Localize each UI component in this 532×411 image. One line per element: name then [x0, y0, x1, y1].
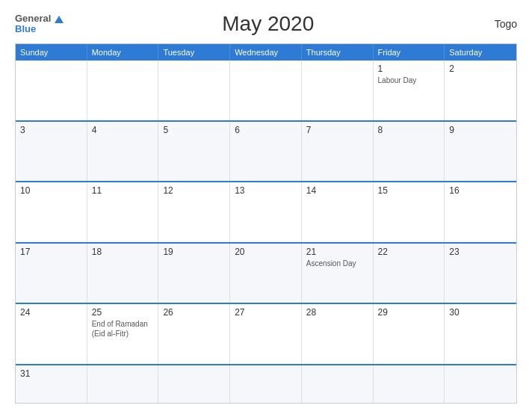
table-row: 2 [445, 61, 516, 120]
day-number: 1 [378, 64, 440, 74]
day-number: 7 [306, 125, 368, 135]
table-row: 4 [87, 122, 159, 182]
header-thursday: Thursday [302, 44, 374, 61]
day-number: 17 [20, 247, 82, 257]
table-row: 18 [87, 244, 159, 303]
day-number: 27 [235, 307, 297, 318]
week-6: 31 [16, 364, 516, 403]
table-row: 7 [302, 122, 374, 182]
table-row: 15 [374, 182, 445, 242]
day-number: 20 [235, 247, 297, 257]
header-friday: Friday [374, 44, 445, 61]
page-title: May 2020 [64, 12, 472, 36]
event-label: End of Ramadan(Eid al-Fitr) [92, 319, 154, 339]
logo-blue: Blue [15, 23, 36, 34]
week-5: 24 25 End of Ramadan(Eid al-Fitr) 26 27 … [16, 303, 516, 364]
day-number: 15 [378, 185, 440, 196]
day-number: 18 [92, 247, 154, 257]
day-number: 26 [163, 307, 225, 318]
day-number: 24 [20, 307, 82, 318]
day-number: 10 [20, 185, 82, 196]
header-saturday: Saturday [445, 44, 516, 61]
day-number: 8 [378, 125, 440, 135]
table-row [374, 365, 445, 403]
table-row: 1 Labour Day [374, 61, 445, 120]
table-row: 3 [16, 122, 87, 182]
logo-general: General [15, 13, 51, 24]
table-row: 19 [158, 244, 230, 303]
week-2: 3 4 5 6 7 8 9 [16, 120, 516, 182]
day-number: 28 [306, 307, 368, 318]
table-row: 21 Ascension Day [302, 244, 374, 303]
day-number: 14 [306, 185, 368, 196]
table-row: 31 [16, 365, 87, 403]
header-sunday: Sunday [16, 44, 87, 61]
table-row: 24 [16, 304, 87, 364]
table-row [302, 61, 374, 120]
logo: General Blue [15, 13, 64, 35]
day-number: 29 [378, 307, 440, 318]
table-row [230, 61, 302, 120]
logo-triangle-icon [55, 16, 64, 23]
day-number: 30 [449, 307, 512, 318]
table-row: 26 [158, 304, 230, 364]
day-number: 4 [92, 125, 154, 135]
table-row [158, 61, 230, 120]
day-number: 11 [92, 185, 154, 196]
day-number: 23 [449, 247, 512, 257]
table-row: 27 [230, 304, 302, 364]
week-1: 1 Labour Day 2 [16, 61, 516, 120]
day-number: 16 [449, 185, 512, 196]
table-row: 10 [16, 182, 87, 242]
table-row [158, 365, 230, 403]
table-row [445, 365, 516, 403]
day-number: 31 [20, 368, 82, 379]
table-row: 20 [230, 244, 302, 303]
country-label: Togo [472, 18, 517, 30]
table-row: 25 End of Ramadan(Eid al-Fitr) [87, 304, 159, 364]
event-label: Labour Day [378, 75, 440, 85]
day-number: 13 [235, 185, 297, 196]
day-number: 5 [163, 125, 225, 135]
table-row: 17 [16, 244, 87, 303]
calendar-page: General Blue May 2020 Togo Sunday Monday… [0, 0, 532, 411]
header-monday: Monday [87, 44, 159, 61]
day-number: 19 [163, 247, 225, 257]
table-row: 12 [158, 182, 230, 242]
day-number: 3 [20, 125, 82, 135]
table-row [230, 365, 302, 403]
table-row: 5 [158, 122, 230, 182]
table-row: 22 [374, 244, 445, 303]
calendar: Sunday Monday Tuesday Wednesday Thursday… [15, 43, 517, 404]
table-row: 11 [87, 182, 159, 242]
table-row: 30 [445, 304, 516, 364]
table-row [87, 365, 159, 403]
table-row: 23 [445, 244, 516, 303]
header-tuesday: Tuesday [158, 44, 230, 61]
day-number: 6 [235, 125, 297, 135]
day-number: 9 [449, 125, 512, 135]
day-number: 25 [92, 307, 154, 318]
calendar-header-row: Sunday Monday Tuesday Wednesday Thursday… [16, 44, 516, 61]
table-row: 29 [374, 304, 445, 364]
week-3: 10 11 12 13 14 15 16 [16, 181, 516, 242]
table-row: 8 [374, 122, 445, 182]
table-row: 13 [230, 182, 302, 242]
table-row [16, 61, 87, 120]
event-label: Ascension Day [306, 259, 368, 268]
day-number: 2 [449, 64, 512, 74]
table-row: 6 [230, 122, 302, 182]
week-4: 17 18 19 20 21 Ascension Day 22 23 [16, 242, 516, 303]
header: General Blue May 2020 Togo [15, 12, 517, 36]
table-row: 14 [302, 182, 374, 242]
day-number: 21 [306, 247, 368, 257]
header-wednesday: Wednesday [230, 44, 302, 61]
table-row: 28 [302, 304, 374, 364]
table-row: 9 [445, 122, 516, 182]
table-row: 16 [445, 182, 516, 242]
day-number: 22 [378, 247, 440, 257]
table-row [302, 365, 374, 403]
calendar-body: 1 Labour Day 2 3 4 5 6 7 8 9 10 11 [16, 61, 516, 403]
table-row [87, 61, 159, 120]
day-number: 12 [163, 185, 225, 196]
